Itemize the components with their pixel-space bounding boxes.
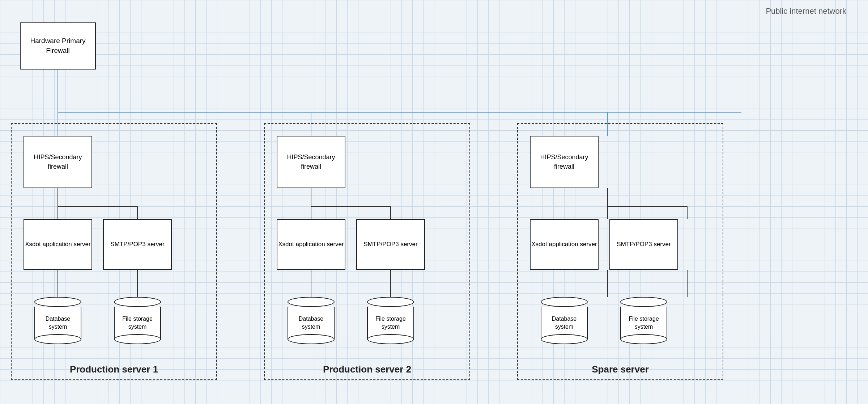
database-zone1: Database system xyxy=(34,297,81,344)
smtp-server-zone3: SMTP/POP3 server xyxy=(609,219,678,270)
hips-firewall-zone2: HIPS/Secondary firewall xyxy=(277,136,345,188)
filestorage-zone2: File storage system xyxy=(367,297,414,344)
database-zone3: Database system xyxy=(541,297,588,344)
filestorage-zone3-label: File storage system xyxy=(622,315,665,331)
filestorage-zone1-label: File storage system xyxy=(116,315,159,331)
database-zone3-label: Database system xyxy=(542,315,586,331)
database-zone2: Database system xyxy=(288,297,335,344)
hardware-primary-firewall: Hardware Primary Firewall xyxy=(20,22,96,70)
public-internet-label: Public internet network xyxy=(766,7,846,16)
smtp-server-zone1: SMTP/POP3 server xyxy=(103,219,172,270)
zone-prod1-label: Production server 1 xyxy=(70,364,158,375)
database-zone1-label: Database system xyxy=(36,315,80,331)
smtp-server-zone2: SMTP/POP3 server xyxy=(356,219,425,270)
zone-spare-label: Spare server xyxy=(592,364,649,375)
diagram-container: Public internet network Hardware Primary… xyxy=(0,0,868,404)
app-server-zone2: Xsdot application server xyxy=(277,219,345,270)
filestorage-zone2-label: File storage system xyxy=(369,315,412,331)
app-server-zone1: Xsdot application server xyxy=(24,219,92,270)
hips-firewall-zone3: HIPS/Secondary firewall xyxy=(530,136,599,188)
database-zone2-label: Database system xyxy=(289,315,333,331)
filestorage-zone1: File storage system xyxy=(114,297,161,344)
app-server-zone3: Xsdot application server xyxy=(530,219,599,270)
zone-prod2-label: Production server 2 xyxy=(323,364,411,375)
filestorage-zone3: File storage system xyxy=(620,297,667,344)
hips-firewall-zone1: HIPS/Secondary firewall xyxy=(24,136,92,188)
